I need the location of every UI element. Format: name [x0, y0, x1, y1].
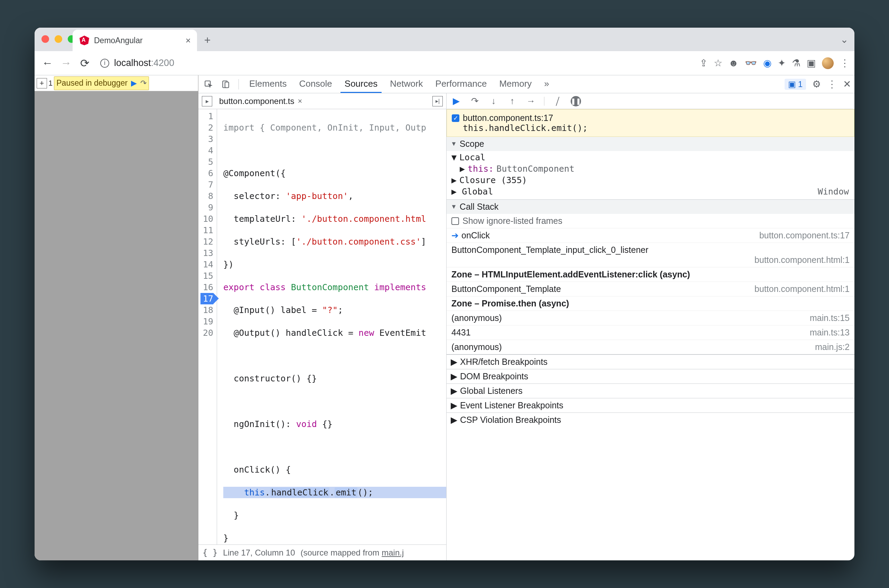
reload-button[interactable]: ⟳	[78, 57, 91, 70]
stack-frame-anon2[interactable]: (anonymous)main.js:2	[447, 340, 854, 354]
address-bar: ← → ⟳ i localhost:4200 ⇪ ☆ ☻ 👓 ◉ ✦ ⚗ ▣ ⋮	[35, 51, 854, 75]
snippets-toggle-icon[interactable]: ▸|	[432, 96, 443, 106]
issues-badge[interactable]: ▣ 1	[785, 79, 806, 90]
code-lines[interactable]: import { Component, OnInit, Input, Outp …	[217, 109, 446, 544]
step-button[interactable]: →	[526, 96, 536, 106]
checkbox-icon[interactable]	[451, 217, 459, 225]
navigator-toggle-icon[interactable]: ▸	[202, 96, 212, 106]
close-file-icon[interactable]: ×	[297, 97, 302, 106]
back-button[interactable]: ←	[41, 57, 54, 70]
devtools-close-icon[interactable]: ✕	[843, 78, 851, 90]
browser-menu-icon[interactable]: ⋮	[840, 57, 848, 69]
forward-button[interactable]: →	[59, 57, 73, 70]
tab-elements[interactable]: Elements	[245, 75, 291, 93]
dom-breakpoints-header[interactable]: ▶DOM Breakpoints	[447, 369, 854, 384]
csp-violation-bp-header[interactable]: ▶CSP Violation Breakpoints	[447, 412, 854, 427]
xhr-breakpoints-header[interactable]: ▶XHR/fetch Breakpoints	[447, 354, 854, 369]
tab-more[interactable]: »	[540, 75, 553, 93]
scope-header[interactable]: ▼ Scope	[447, 137, 854, 151]
code-editor[interactable]: 12345 678910 1112131415 1617181920 impor…	[198, 109, 446, 544]
bookmark-icon[interactable]: ☆	[714, 57, 722, 69]
extension-incognito-icon[interactable]: 👓	[745, 57, 757, 69]
line-gutter[interactable]: 12345 678910 1112131415 1617181920	[198, 109, 217, 544]
tab-title: DemoAngular	[94, 36, 143, 45]
pause-pill: Paused in debugger ▶ ↷	[54, 76, 149, 90]
editor-statusbar: { } Line 17, Column 10 (source mapped fr…	[198, 544, 446, 560]
tab-performance[interactable]: Performance	[431, 75, 491, 93]
step-out-button[interactable]: ↑	[507, 96, 518, 106]
browser-tab[interactable]: DemoAngular ×	[73, 30, 197, 51]
extension-devtools-icon[interactable]: ◉	[763, 57, 772, 69]
tabs-menu-button[interactable]: ⌄	[840, 34, 848, 45]
resume-icon[interactable]: ▶	[131, 79, 137, 88]
stack-frame-4431[interactable]: 4431main.ts:13	[447, 325, 854, 340]
tab-console[interactable]: Console	[295, 75, 336, 93]
issues-count: 1	[798, 80, 803, 89]
source-tabstrip: ▸ button.component.ts × ▸|	[198, 93, 446, 109]
scope-local[interactable]: ▼Local	[447, 152, 854, 163]
url-display: localhost:4200	[114, 58, 174, 68]
breakpoint-file[interactable]: button.component.ts:17	[463, 113, 553, 123]
show-ignore-listed[interactable]: Show ignore-listed frames	[447, 214, 854, 228]
svg-rect-2	[225, 82, 229, 87]
new-tab-button[interactable]: +	[200, 33, 214, 47]
page-content: + 1 Paused in debugger ▶ ↷	[35, 75, 198, 560]
omnibox[interactable]: i localhost:4200	[97, 55, 694, 72]
share-icon[interactable]: ⇪	[700, 57, 707, 69]
angular-icon	[80, 36, 89, 45]
paused-text: Paused in debugger	[56, 78, 128, 88]
traffic-lights	[42, 35, 75, 43]
deactivate-breakpoints-icon[interactable]: ⧸	[552, 96, 563, 106]
stack-frame-onclick[interactable]: ➔onClick button.component.ts:17	[447, 228, 854, 243]
step-over-icon[interactable]: ↷	[140, 79, 147, 88]
breakpoint-hit-box: ✓ button.component.ts:17 this.handleClic…	[447, 109, 854, 137]
debugger-toolbar: ▶ ↷ ↓ ↑ → ⧸ ❚❚	[447, 93, 854, 109]
pretty-print-icon[interactable]: { }	[203, 548, 218, 558]
scope-global[interactable]: ▶ GlobalWindow	[447, 186, 854, 197]
extension-react-icon[interactable]: ☻	[728, 58, 739, 69]
side-panel-icon[interactable]: ▣	[807, 57, 816, 69]
callstack-header[interactable]: ▼ Call Stack	[447, 200, 854, 214]
pause-on-exceptions-icon[interactable]: ❚❚	[571, 96, 581, 106]
tab-sources[interactable]: Sources	[341, 75, 381, 93]
device-toolbar-icon[interactable]	[219, 78, 232, 91]
tab-memory[interactable]: Memory	[495, 75, 536, 93]
site-info-icon[interactable]: i	[100, 59, 109, 68]
devtools-content: ▸ button.component.ts × ▸| 12345 678910 …	[198, 93, 854, 560]
current-frame-icon: ➔	[451, 230, 459, 240]
close-window-icon[interactable]	[42, 35, 49, 43]
step-into-button[interactable]: ↓	[488, 96, 499, 106]
stack-frame-listener[interactable]: ButtonComponent_Template_input_click_0_l…	[447, 243, 854, 267]
body-area: + 1 Paused in debugger ▶ ↷	[35, 75, 854, 560]
extensions-puzzle-icon[interactable]: ✦	[778, 57, 785, 69]
profile-avatar[interactable]	[822, 57, 834, 69]
source-filename[interactable]: button.component.ts	[219, 96, 294, 106]
event-listener-bp-header[interactable]: ▶Event Listener Breakpoints	[447, 398, 854, 412]
stack-frame-template[interactable]: ButtonComponent_Template button.componen…	[447, 282, 854, 296]
extension-flask-icon[interactable]: ⚗	[792, 57, 800, 69]
scope-section: ▼ Scope ▼Local ▶this: ButtonComponent ▶C…	[447, 137, 854, 200]
step-over-button[interactable]: ↷	[469, 96, 481, 106]
breakpoint-checkbox[interactable]: ✓	[452, 114, 460, 122]
source-map-link[interactable]: main.j	[381, 548, 404, 557]
source-panel: ▸ button.component.ts × ▸| 12345 678910 …	[198, 93, 447, 560]
close-tab-icon[interactable]: ×	[186, 35, 191, 46]
expand-button[interactable]: +	[37, 78, 47, 88]
zone-async-promise: Zone – Promise.then (async)	[447, 296, 854, 310]
resume-button[interactable]: ▶	[451, 96, 462, 106]
debugger-panel: ▶ ↷ ↓ ↑ → ⧸ ❚❚ ✓ button.com	[447, 93, 854, 560]
inspect-icon[interactable]	[202, 78, 215, 91]
devtools-tabs: Elements Console Sources Network Perform…	[198, 75, 854, 93]
minimize-window-icon[interactable]	[55, 35, 62, 43]
scope-closure[interactable]: ▶Closure (355)	[447, 174, 854, 186]
global-listeners-header[interactable]: ▶Global Listeners	[447, 384, 854, 398]
scope-this[interactable]: ▶this: ButtonComponent	[447, 163, 854, 174]
source-map-label: (source mapped from main.j	[301, 548, 404, 558]
tab-network[interactable]: Network	[386, 75, 427, 93]
titlebar: DemoAngular × + ⌄	[35, 28, 854, 51]
stack-frame-anon1[interactable]: (anonymous)main.ts:15	[447, 310, 854, 325]
toolbar-icons: ⇪ ☆ ☻ 👓 ◉ ✦ ⚗ ▣ ⋮	[700, 57, 848, 69]
settings-gear-icon[interactable]: ⚙	[812, 78, 821, 90]
devtools-menu-icon[interactable]: ⋮	[827, 78, 837, 90]
page-top-strip: + 1 Paused in debugger ▶ ↷	[35, 75, 198, 91]
